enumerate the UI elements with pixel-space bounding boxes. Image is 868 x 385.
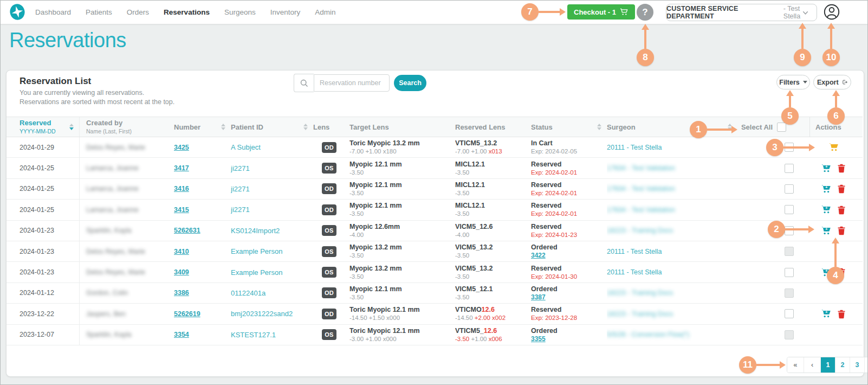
select-cell: [737, 262, 809, 282]
nav-item-orders[interactable]: Orders: [127, 8, 149, 16]
reservation-number-link[interactable]: 3415: [174, 206, 226, 214]
surgeon-link[interactable]: 17634 - Test Validation: [607, 206, 733, 214]
surgeon-link[interactable]: 20111 - Test Stella: [607, 144, 733, 151]
reservation-number: 3416: [174, 179, 231, 199]
sort-icon[interactable]: [69, 124, 74, 130]
delete-icon[interactable]: [837, 205, 846, 215]
pagination-page-1[interactable]: 1: [820, 357, 835, 373]
order-number-link[interactable]: 3387: [531, 293, 546, 301]
patient-id-link[interactable]: ji2271: [231, 164, 309, 172]
reservation-number-link[interactable]: 5262619: [174, 310, 226, 318]
header-patient-id[interactable]: Patient ID: [231, 117, 313, 137]
row-checkbox[interactable]: [785, 143, 794, 152]
user-avatar[interactable]: [824, 4, 840, 20]
surgeon-link[interactable]: 18223 - Training Docs: [607, 310, 733, 318]
header-reserved[interactable]: ReservedYYYY-MM-DD: [20, 117, 79, 137]
patient-id-link[interactable]: KSTEST127.1: [231, 331, 309, 339]
patient-id-link[interactable]: 01122401a: [231, 289, 309, 297]
svg-text:+: +: [825, 185, 827, 190]
reserved-date: 2024-01-25: [20, 200, 79, 220]
help-button[interactable]: ?: [637, 4, 653, 21]
order-number-link[interactable]: 3422: [531, 252, 546, 259]
actions-cell: +: [809, 179, 857, 199]
row-checkbox[interactable]: [785, 268, 794, 277]
sort-icon[interactable]: [728, 124, 732, 130]
account-dropdown[interactable]: CUSTOMER SERVICE DEPARTMENT - Test Stell…: [666, 4, 817, 21]
pagination-next[interactable]: ›: [864, 357, 868, 373]
reservation-number-link[interactable]: 5262631: [174, 227, 226, 234]
target-lens: Myopic 12.1 mm-3.50: [349, 158, 455, 178]
row-checkbox[interactable]: [785, 205, 794, 214]
add-to-cart-icon[interactable]: +: [821, 267, 831, 278]
checkout-button[interactable]: Checkout - 1: [567, 4, 635, 20]
row-checkbox[interactable]: [785, 164, 794, 173]
reservation-number-link[interactable]: 3354: [174, 331, 226, 338]
surgeon-cell: 17634 - Test Validation: [607, 158, 737, 178]
reservation-number-link[interactable]: 3417: [174, 164, 226, 172]
reservation-number-link[interactable]: 3416: [174, 185, 226, 193]
patient-id-link[interactable]: ji2271: [231, 206, 309, 214]
sort-icon[interactable]: [303, 124, 308, 130]
delete-icon[interactable]: [837, 163, 846, 173]
top-nav: DashboardPatientsOrdersReservationsSurge…: [1, 1, 867, 24]
surgeon-link[interactable]: 17634 - Test Validation: [607, 164, 733, 172]
reservation-number-link[interactable]: 3425: [174, 144, 226, 151]
order-number-link[interactable]: 3355: [531, 335, 546, 343]
nav-item-reservations[interactable]: Reservations: [164, 8, 210, 16]
patient-id-link[interactable]: bmj20231222sand2: [231, 310, 309, 318]
row-checkbox[interactable]: [785, 226, 794, 235]
surgeon-link[interactable]: 18223 - Training Docs: [607, 227, 733, 234]
search-button[interactable]: Search: [394, 75, 426, 91]
patient-id-link[interactable]: Example Person: [231, 268, 309, 277]
add-to-cart-icon[interactable]: +: [821, 184, 831, 194]
add-to-cart-icon[interactable]: +: [821, 309, 831, 319]
nav-item-admin[interactable]: Admin: [315, 8, 335, 16]
add-to-cart-icon[interactable]: +: [821, 204, 831, 215]
header-lens: Lens: [313, 117, 349, 137]
header-surgeon[interactable]: Surgeon: [607, 117, 737, 137]
patient-id-link[interactable]: KS0124Import2: [231, 227, 309, 235]
select-all-checkbox[interactable]: [777, 123, 786, 132]
delete-icon[interactable]: [837, 226, 846, 235]
pagination-prev[interactable]: ‹: [804, 357, 820, 373]
patient-id-link[interactable]: Example Person: [231, 247, 309, 255]
delete-icon[interactable]: [837, 267, 846, 277]
reservation-number-link[interactable]: 3386: [174, 289, 226, 297]
reservation-number: 3415: [174, 200, 231, 220]
reservation-number-link[interactable]: 3409: [174, 268, 226, 276]
nav-item-inventory[interactable]: Inventory: [270, 8, 301, 16]
surgeon-link[interactable]: 17634 - Test Validation: [607, 185, 733, 193]
delete-icon[interactable]: [837, 184, 846, 194]
target-lens: Toric Myopic 12.1 mm-3.00 +1.00 x000: [349, 325, 455, 345]
row-checkbox[interactable]: [785, 184, 794, 194]
filters-button[interactable]: Filters: [776, 75, 810, 89]
surgeon-link[interactable]: 20111 - Test Stella: [607, 248, 733, 255]
pagination-first[interactable]: «: [787, 357, 804, 373]
row-checkbox[interactable]: [785, 309, 794, 318]
status-cell: ReservedExp: 2024-01-23: [531, 221, 607, 241]
add-to-cart-icon[interactable]: +: [821, 226, 831, 236]
header-number[interactable]: Number: [174, 117, 231, 137]
nav-item-surgeons[interactable]: Surgeons: [224, 8, 256, 16]
in-cart-icon[interactable]: [828, 142, 839, 152]
sort-icon[interactable]: [597, 124, 601, 130]
target-lens: Myopic 13.2 mm-3.50: [349, 262, 455, 282]
search-input[interactable]: [314, 74, 390, 92]
add-to-cart-icon[interactable]: +: [821, 163, 831, 174]
patient-id-link[interactable]: ji2271: [231, 185, 309, 193]
export-button[interactable]: Export: [813, 75, 851, 89]
nav-item-dashboard[interactable]: Dashboard: [35, 8, 71, 16]
svg-text:+: +: [825, 206, 827, 210]
surgeon-link[interactable]: 20111 - Test Stella: [607, 268, 733, 276]
export-icon: [842, 78, 847, 86]
patient-id-link[interactable]: A Subject: [231, 143, 309, 151]
pagination-page-2[interactable]: 2: [835, 357, 850, 373]
delete-icon[interactable]: [837, 309, 846, 319]
nav-item-patients[interactable]: Patients: [86, 8, 112, 16]
header-status[interactable]: Status: [531, 117, 607, 137]
surgeon-link[interactable]: 5/5/26 - Conversion Flow(*): [607, 331, 733, 338]
reservation-number-link[interactable]: 3410: [174, 248, 226, 255]
pagination-page-3[interactable]: 3: [850, 357, 864, 373]
surgeon-link[interactable]: 18223 - Training Docs: [607, 289, 733, 297]
sort-icon[interactable]: [221, 124, 225, 130]
